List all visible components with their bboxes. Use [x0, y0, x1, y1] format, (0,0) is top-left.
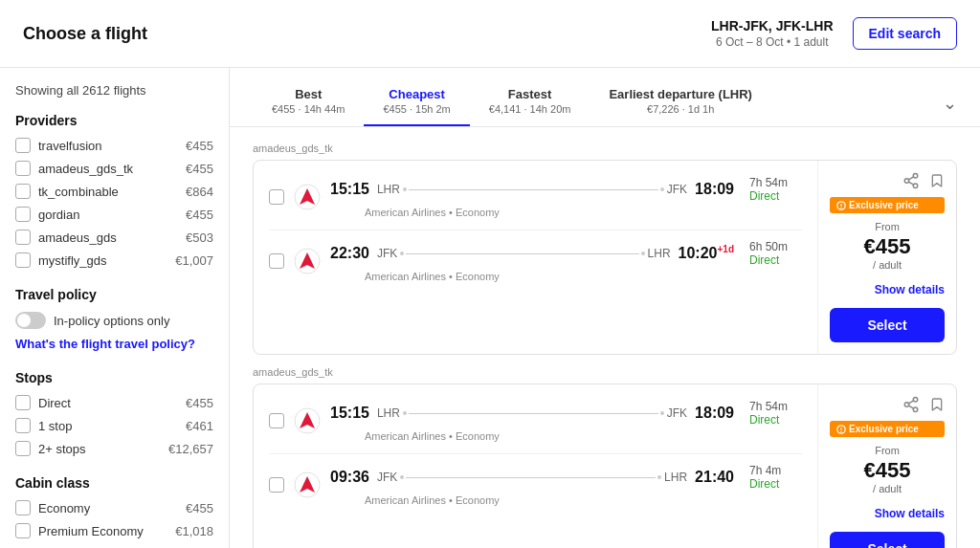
stops-section: Stops Direct €455 1 stop €461 2+ stops €…	[15, 370, 213, 456]
arrive-time: 18:09	[695, 181, 734, 198]
bookmark-icon[interactable]	[929, 396, 945, 417]
filter-checkbox[interactable]	[15, 138, 31, 153]
filter-label: tk_combinable	[38, 185, 119, 199]
exclusive-badge: Exclusive price	[830, 421, 945, 437]
filter-checkbox[interactable]	[15, 441, 31, 456]
filter-label: 2+ stops	[38, 442, 86, 456]
filter-item: amadeus_gds €503	[15, 230, 213, 245]
policy-link[interactable]: What's the flight travel policy?	[15, 337, 195, 351]
filter-checkbox[interactable]	[15, 252, 31, 268]
flight-leg: 22:30 JFK LHR 10:20+1d 6h 50m Direct	[269, 240, 802, 282]
tab-name: Cheapest	[383, 87, 450, 101]
arrive-time: 18:09	[695, 405, 734, 422]
filter-item-left: amadeus_gds_tk	[15, 161, 133, 176]
depart-time: 15:15	[330, 181, 369, 198]
route-dot	[400, 252, 404, 255]
leg-checkbox[interactable]	[269, 477, 284, 493]
route-dot	[400, 475, 404, 479]
filter-item: gordian €455	[15, 207, 213, 222]
duration: 7h 54m	[749, 400, 802, 413]
price-value: €455	[864, 458, 911, 483]
duration: 7h 4m	[749, 464, 802, 477]
show-details-link[interactable]: Show details	[875, 507, 945, 520]
bookmark-icon[interactable]	[929, 172, 945, 193]
exclusive-badge: Exclusive price	[830, 197, 945, 213]
filter-checkbox[interactable]	[15, 161, 31, 176]
filter-checkbox[interactable]	[15, 500, 31, 515]
flight-leg: 09:36 JFK LHR 21:40 7h 4m Direct	[269, 464, 802, 506]
share-icon[interactable]	[902, 396, 920, 417]
tab-sub: €455 · 14h 44m	[272, 103, 345, 115]
tab-earliest[interactable]: Earliest departure (LHR) €7,226 · 1d 1h	[590, 79, 771, 126]
flight-card-inner: 15:15 LHR JFK 18:09 7h 54m Direct	[254, 161, 956, 354]
filter-price: €461	[186, 419, 213, 433]
airline-logo	[294, 184, 321, 210]
from-airport: JFK	[377, 247, 397, 260]
filter-item: amadeus_gds_tk €455	[15, 161, 213, 176]
tab-sub: €4,141 · 14h 20m	[489, 103, 571, 115]
filter-price: €1,018	[175, 524, 213, 538]
filter-label: 1 stop	[38, 419, 72, 433]
card-actions	[902, 396, 945, 417]
route-dot	[657, 475, 661, 479]
filter-checkbox[interactable]	[15, 230, 31, 245]
route-dot	[660, 187, 664, 191]
from-airport: JFK	[377, 471, 397, 484]
filter-price: €455	[186, 501, 213, 515]
filter-checkbox[interactable]	[15, 523, 31, 538]
leg-checkbox[interactable]	[269, 253, 284, 269]
header-route-details: 6 Oct – 8 Oct • 1 adult	[711, 35, 834, 49]
filter-item: Economy €455	[15, 500, 213, 515]
tab-best[interactable]: Best €455 · 14h 44m	[253, 79, 364, 126]
provider-label: amadeus_gds_tk	[253, 366, 957, 378]
filter-item-left: Direct	[15, 395, 71, 410]
depart-time: 22:30	[330, 245, 369, 262]
filter-item-left: tk_combinable	[15, 184, 119, 199]
leg-checkbox[interactable]	[269, 189, 284, 205]
sort-tabs: Best €455 · 14h 44m Cheapest €455 · 15h …	[230, 68, 980, 127]
select-button[interactable]: Select	[830, 532, 945, 548]
route-line	[406, 253, 638, 254]
filter-item-left: travelfusion	[15, 138, 101, 153]
filter-price: €455	[186, 208, 213, 222]
filter-item-left: 2+ stops	[15, 441, 86, 456]
airline-info: American Airlines • Economy	[365, 271, 802, 282]
filter-checkbox[interactable]	[15, 184, 31, 199]
svg-point-9	[840, 207, 841, 208]
tab-name: Best	[272, 87, 345, 101]
tab-cheapest[interactable]: Cheapest €455 · 15h 2m	[364, 79, 469, 126]
provider-label: amadeus_gds_tk	[253, 142, 957, 154]
edit-search-button[interactable]: Edit search	[853, 17, 957, 50]
travel-policy-title: Travel policy	[15, 287, 213, 302]
stops: Direct	[749, 413, 802, 427]
leg-checkbox[interactable]	[269, 413, 284, 428]
svg-point-19	[840, 430, 841, 431]
airline-info: American Airlines • Economy	[365, 430, 802, 442]
flight-legs: 15:15 LHR JFK 18:09 7h 54m Direct	[254, 161, 817, 297]
header-route-text: LHR-JFK, JFK-LHR	[711, 18, 834, 33]
price-per: / adult	[830, 259, 945, 271]
share-icon[interactable]	[902, 172, 920, 193]
filter-label: Premium Economy	[38, 524, 144, 538]
in-policy-toggle[interactable]	[15, 312, 46, 329]
filter-item-left: 1 stop	[15, 418, 72, 433]
select-button[interactable]: Select	[830, 308, 945, 342]
show-details-link[interactable]: Show details	[875, 283, 945, 296]
filter-item: mystifly_gds €1,007	[15, 252, 213, 268]
filter-label: gordian	[38, 208, 79, 222]
content-area: Best €455 · 14h 44m Cheapest €455 · 15h …	[230, 68, 980, 548]
tabs-more-icon[interactable]: ⌄	[943, 93, 957, 114]
airline-info: American Airlines • Economy	[365, 494, 802, 506]
filter-checkbox[interactable]	[15, 418, 31, 433]
tab-fastest[interactable]: Fastest €4,141 · 14h 20m	[470, 79, 590, 126]
filter-item: tk_combinable €864	[15, 184, 213, 199]
filter-checkbox[interactable]	[15, 395, 31, 410]
filter-item: Premium Economy €1,018	[15, 523, 213, 538]
filter-price: €12,657	[168, 442, 213, 456]
flight-leg: 15:15 LHR JFK 18:09 7h 54m Direct	[269, 176, 802, 218]
from-airport: LHR	[377, 183, 400, 196]
price-per: / adult	[830, 483, 945, 494]
airline-logo	[294, 407, 321, 434]
filter-label: travelfusion	[38, 139, 101, 153]
filter-checkbox[interactable]	[15, 207, 31, 222]
